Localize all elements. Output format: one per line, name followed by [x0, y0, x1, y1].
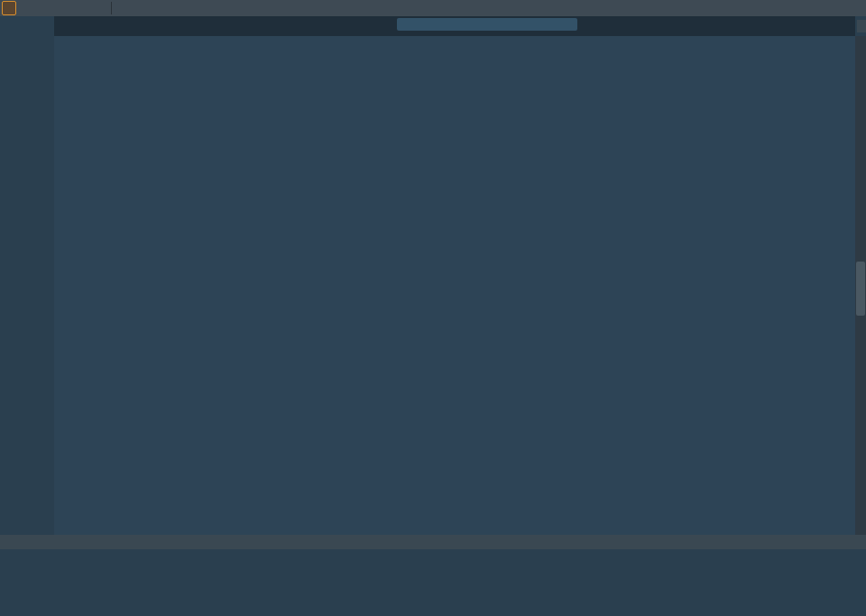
tool-icon-speaker[interactable]	[152, 1, 167, 15]
tool-icon-clip[interactable]	[116, 1, 131, 15]
separator	[111, 2, 112, 14]
toolbar	[0, 0, 866, 16]
note-grid[interactable]	[54, 36, 855, 535]
tool-icon-vzoom[interactable]	[261, 1, 275, 15]
vertical-scrollbar[interactable]	[855, 36, 866, 535]
timeline-ruler[interactable]	[54, 16, 855, 36]
tool-icon-cut[interactable]	[134, 1, 149, 15]
scroll-thumb[interactable]	[856, 262, 865, 316]
velocity-pane[interactable]	[54, 549, 855, 616]
tool-icon-hzoom[interactable]	[189, 1, 203, 15]
ruler-expand-icon[interactable]	[857, 20, 866, 32]
scroll-corner	[855, 538, 866, 549]
minimize-button[interactable]	[823, 1, 837, 15]
close-button[interactable]	[852, 1, 866, 15]
control-bar	[0, 535, 866, 549]
ruler-marker[interactable]	[397, 18, 577, 31]
tool-icon-wrench[interactable]	[20, 1, 34, 15]
tool-icon-note[interactable]	[56, 1, 70, 15]
maximize-button[interactable]	[837, 1, 852, 15]
piano-keys[interactable]	[0, 36, 54, 535]
tool-icon-undo[interactable]	[207, 1, 221, 15]
window-buttons	[823, 0, 866, 16]
piano-roll-menu-button[interactable]	[2, 1, 16, 15]
tool-icon-headphones[interactable]	[38, 1, 52, 15]
tool-icon-search[interactable]	[225, 1, 239, 15]
tool-icon-grid[interactable]	[92, 1, 106, 15]
tool-icon-mute[interactable]	[170, 1, 185, 15]
tool-icon-pencil[interactable]	[74, 1, 88, 15]
tool-icon-zoomin[interactable]	[243, 1, 257, 15]
